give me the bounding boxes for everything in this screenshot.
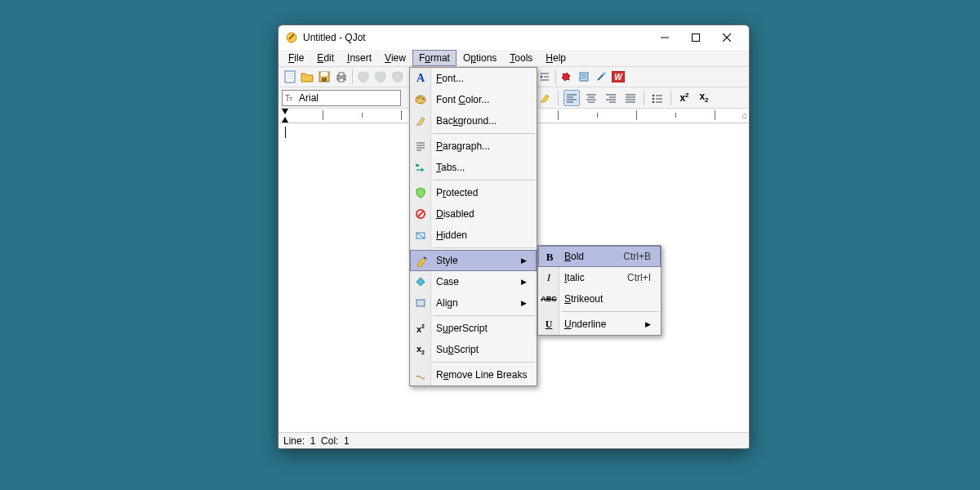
menu-separator — [433, 315, 535, 316]
brush-icon — [413, 114, 428, 128]
svg-rect-14 — [339, 78, 344, 82]
menu-item-disabled[interactable]: Disabled — [410, 203, 537, 225]
menu-format[interactable]: Format — [412, 50, 457, 66]
menu-item-tabs[interactable]: Tabs... — [410, 157, 537, 178]
menu-item-case[interactable]: Case ▶ — [410, 271, 537, 292]
menu-separator — [561, 311, 659, 312]
menu-item-style[interactable]: Style ▶ — [410, 250, 537, 271]
new-file-icon[interactable] — [282, 69, 298, 85]
menu-item-subscript[interactable]: x2 SubScript — [410, 339, 537, 360]
menu-file[interactable]: File — [282, 50, 310, 66]
toolbar-separator — [555, 69, 556, 84]
titlebar: Untitled - QJot — [278, 25, 749, 50]
shortcut-text: Ctrl+I — [627, 272, 651, 283]
svg-rect-18 — [580, 73, 588, 81]
toolbar-separator — [352, 69, 353, 84]
shield3-icon[interactable] — [390, 69, 406, 85]
print-icon[interactable] — [333, 69, 350, 85]
window-title: Untitled - QJot — [303, 32, 366, 43]
svg-rect-5 — [285, 71, 295, 82]
menu-item-background[interactable]: Background... — [410, 110, 537, 131]
indent-marker-bottom-icon[interactable] — [282, 117, 288, 122]
open-file-icon[interactable] — [299, 69, 315, 85]
shield1-icon[interactable] — [355, 69, 372, 85]
format-dropdown: A Font... Font Color... Background... Pa… — [409, 67, 537, 386]
palette-icon — [413, 92, 428, 107]
menubar: File Edit Insert View Format Options Too… — [278, 50, 749, 66]
font-selector-icon: TT — [285, 93, 296, 103]
notes-icon[interactable] — [576, 69, 592, 85]
app-icon — [285, 31, 298, 44]
paragraph-icon — [413, 139, 428, 154]
ruler-end-icon: ⌂ — [742, 110, 747, 120]
case-icon — [413, 274, 428, 289]
svg-text:W: W — [614, 73, 623, 82]
svg-rect-2 — [693, 34, 700, 42]
svg-point-43 — [653, 94, 655, 96]
window-close-button[interactable] — [711, 26, 742, 49]
menu-item-underline[interactable]: U Underline ▶ — [538, 314, 661, 335]
menu-item-align[interactable]: Align ▶ — [410, 292, 537, 314]
menu-tools[interactable]: Tools — [503, 50, 539, 66]
svg-rect-10 — [321, 72, 327, 76]
disabled-icon — [413, 207, 428, 221]
menu-item-font[interactable]: A Font... — [410, 68, 537, 89]
underline-icon: U — [541, 317, 556, 332]
style-submenu: B Bold Ctrl+B I Italic Ctrl+I ABC Strike… — [537, 245, 662, 336]
align-center-icon[interactable] — [583, 90, 599, 106]
menu-item-hidden[interactable]: Hidden — [410, 225, 537, 246]
w-icon[interactable]: W — [610, 69, 626, 85]
hidden-icon — [413, 228, 428, 243]
bullet-list-icon[interactable] — [649, 90, 666, 106]
pin-icon[interactable] — [559, 69, 575, 85]
menu-item-bold[interactable]: B Bold Ctrl+B — [538, 246, 661, 267]
svg-point-22 — [603, 72, 606, 75]
menu-options[interactable]: Options — [457, 50, 503, 66]
menu-item-italic[interactable]: I Italic Ctrl+I — [538, 267, 661, 288]
svg-point-52 — [422, 98, 424, 100]
menu-separator — [433, 247, 535, 248]
menu-item-font-color[interactable]: Font Color... — [410, 89, 537, 110]
indent-icon[interactable] — [537, 69, 553, 85]
rope-icon — [413, 368, 428, 382]
submenu-arrow-icon: ▶ — [521, 256, 527, 265]
menu-item-remove-line-breaks[interactable]: Remove Line Breaks — [410, 364, 537, 385]
menu-view[interactable]: View — [378, 50, 412, 66]
align-right-icon[interactable] — [603, 90, 619, 106]
window-minimize-button[interactable] — [649, 26, 680, 49]
indent-marker-top-icon[interactable] — [282, 109, 288, 114]
text-caret — [285, 127, 286, 138]
svg-rect-57 — [416, 164, 419, 167]
italic-icon: I — [541, 270, 556, 285]
menu-item-strikeout[interactable]: ABC Strikeout — [538, 288, 661, 310]
superscript-icon[interactable]: x2 — [676, 90, 693, 106]
shield2-icon[interactable] — [372, 69, 389, 85]
font-letter-icon: A — [413, 71, 428, 86]
menu-item-paragraph[interactable]: Paragraph... — [410, 136, 537, 157]
font-selector[interactable]: TT Arial — [282, 90, 401, 106]
submenu-arrow-icon: ▶ — [645, 320, 651, 328]
submenu-arrow-icon: ▶ — [521, 278, 527, 286]
highlight-tool-icon[interactable] — [537, 90, 553, 106]
bold-icon: B — [542, 250, 557, 265]
align-left-icon[interactable] — [564, 90, 580, 106]
menu-insert[interactable]: Insert — [341, 50, 378, 66]
shortcut-text: Ctrl+B — [623, 251, 651, 262]
align-justify-icon[interactable] — [622, 90, 639, 106]
toolbar-separator — [644, 91, 644, 105]
font-name-value: Arial — [299, 92, 318, 104]
save-icon[interactable] — [316, 69, 332, 85]
svg-text:T: T — [289, 96, 293, 102]
menu-separator — [433, 362, 535, 363]
submenu-arrow-icon: ▶ — [521, 299, 527, 307]
wand-icon[interactable] — [593, 69, 609, 85]
subscript-icon[interactable]: x2 — [696, 90, 712, 106]
menu-edit[interactable]: Edit — [310, 50, 341, 66]
menu-item-protected[interactable]: Protected — [410, 182, 537, 203]
menu-separator — [433, 133, 535, 134]
menu-item-superscript[interactable]: x2 SuperScript — [410, 318, 537, 339]
strikeout-icon: ABC — [541, 292, 556, 306]
menu-help[interactable]: Help — [539, 50, 572, 66]
svg-rect-11 — [322, 78, 327, 82]
window-maximize-button[interactable] — [680, 26, 711, 49]
